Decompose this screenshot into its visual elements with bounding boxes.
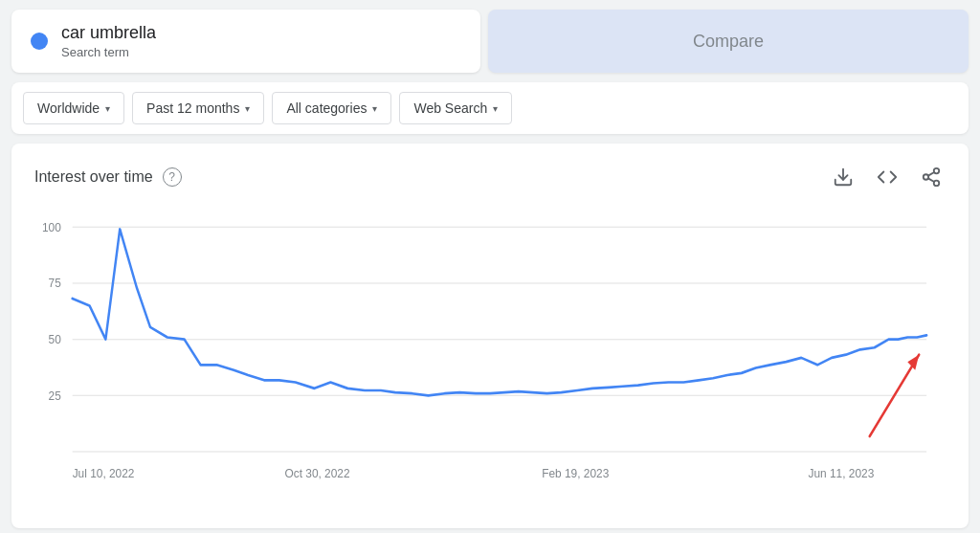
svg-text:75: 75 [49, 277, 61, 291]
trend-line [73, 229, 927, 395]
time-filter[interactable]: Past 12 months ▾ [132, 92, 264, 124]
share-icon [921, 167, 942, 188]
embed-button[interactable] [873, 163, 902, 191]
trend-chart: 100 75 50 25 Jul 10, 2022 Oct 30, 2022 F… [34, 207, 946, 513]
category-label: All categories [286, 100, 367, 116]
embed-icon [877, 167, 898, 188]
download-icon [833, 167, 854, 188]
compare-card[interactable]: Compare [488, 10, 969, 73]
filter-bar: Worldwide ▾ Past 12 months ▾ All categor… [11, 82, 969, 134]
search-term-card: car umbrella Search term [11, 10, 480, 73]
location-filter[interactable]: Worldwide ▾ [23, 92, 124, 124]
search-type-label: Web Search [413, 100, 487, 116]
term-color-dot [31, 33, 48, 50]
chart-section: Interest over time ? [11, 144, 969, 528]
compare-label: Compare [693, 32, 764, 52]
chart-container: 100 75 50 25 Jul 10, 2022 Oct 30, 2022 F… [34, 207, 946, 513]
chart-title-group: Interest over time ? [34, 167, 182, 187]
svg-text:Jun 11, 2023: Jun 11, 2023 [809, 466, 875, 480]
time-label: Past 12 months [146, 100, 239, 116]
search-type-filter[interactable]: Web Search ▾ [399, 92, 512, 124]
svg-text:100: 100 [42, 220, 61, 234]
chart-header: Interest over time ? [34, 163, 946, 191]
location-label: Worldwide [37, 100, 100, 116]
download-button[interactable] [829, 163, 858, 191]
search-term-title: car umbrella [61, 23, 156, 43]
svg-text:Jul 10, 2022: Jul 10, 2022 [73, 466, 135, 480]
location-chevron-icon: ▾ [105, 103, 110, 114]
category-filter[interactable]: All categories ▾ [272, 92, 391, 124]
svg-text:25: 25 [49, 389, 61, 403]
svg-line-5 [928, 172, 934, 176]
search-term-info: car umbrella Search term [61, 23, 156, 59]
share-button[interactable] [917, 163, 946, 191]
svg-text:Oct 30, 2022: Oct 30, 2022 [284, 466, 349, 480]
chart-title: Interest over time [34, 168, 153, 186]
svg-line-4 [928, 178, 934, 182]
search-type-chevron-icon: ▾ [493, 103, 498, 114]
top-bar: car umbrella Search term Compare [0, 0, 980, 82]
svg-text:Feb 19, 2023: Feb 19, 2023 [542, 466, 609, 480]
time-chevron-icon: ▾ [245, 103, 250, 114]
chart-actions [829, 163, 946, 191]
svg-marker-20 [907, 355, 919, 370]
search-term-subtitle: Search term [61, 45, 156, 59]
help-icon[interactable]: ? [163, 167, 182, 187]
category-chevron-icon: ▾ [372, 103, 377, 114]
svg-text:50: 50 [49, 333, 61, 347]
